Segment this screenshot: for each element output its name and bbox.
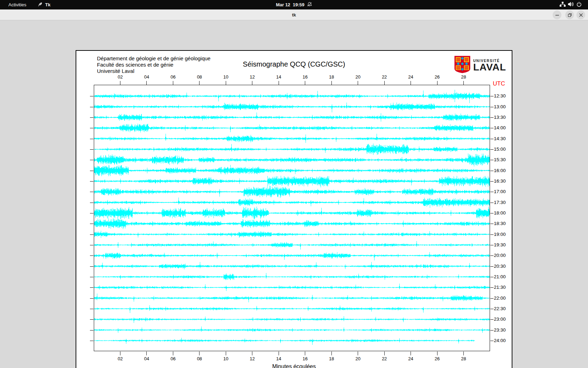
activities-label: Activities	[8, 2, 26, 7]
x-tick-label-bottom: 10	[219, 356, 233, 361]
row-tick-right	[490, 160, 493, 160]
x-tick-label-bottom: 06	[166, 356, 180, 361]
row-tick-right	[490, 128, 493, 128]
x-tick-top	[463, 81, 464, 85]
row-tick-right	[490, 96, 493, 96]
row-tick-left	[90, 192, 93, 192]
row-tick-left	[90, 319, 93, 320]
row-time-label: 20:30	[494, 264, 506, 269]
x-tick-bottom	[384, 352, 385, 355]
row-tick-left	[90, 171, 93, 171]
x-tick-label-top: 04	[140, 74, 154, 80]
row-time-label: 20:00	[494, 253, 506, 258]
x-tick-bottom	[437, 352, 438, 355]
x-tick-bottom	[305, 352, 305, 355]
x-tick-top	[173, 81, 173, 85]
clock-button[interactable]: Mar 12 19:59	[276, 0, 312, 9]
x-tick-bottom	[120, 352, 120, 355]
x-tick-label-bottom: 14	[272, 356, 286, 361]
x-tick-label-bottom: 18	[324, 356, 338, 361]
x-tick-bottom	[358, 352, 358, 355]
x-tick-label-top: 26	[430, 74, 444, 80]
row-time-label: 24:00	[494, 338, 506, 343]
row-tick-left	[90, 287, 93, 288]
seismogram-canvas	[94, 85, 490, 351]
row-time-label: 19:30	[494, 242, 506, 247]
row-tick-right	[490, 277, 493, 277]
row-tick-left	[90, 139, 93, 139]
row-tick-left	[90, 330, 93, 330]
row-tick-left	[90, 160, 93, 160]
row-time-label: 22:00	[494, 295, 506, 301]
window-title: tk	[0, 9, 588, 20]
row-tick-right	[490, 255, 493, 256]
row-tick-right	[490, 341, 493, 341]
x-tick-bottom	[173, 352, 173, 355]
x-tick-top	[358, 81, 358, 85]
minimize-button[interactable]	[553, 11, 561, 19]
x-tick-label-top: 14	[272, 74, 286, 80]
system-status-area[interactable]	[560, 0, 582, 9]
row-tick-right	[490, 139, 493, 139]
x-tick-top	[120, 81, 120, 85]
x-tick-label-top: 16	[298, 74, 312, 80]
row-time-label: 16:00	[494, 168, 506, 173]
restore-button[interactable]	[565, 11, 574, 19]
universite-laval-logo: UNIVERSITÉ LAVAL	[454, 55, 506, 75]
notifications-muted-icon	[307, 2, 312, 8]
x-tick-top	[146, 81, 147, 85]
row-tick-right	[490, 171, 493, 171]
x-tick-label-top: 02	[113, 74, 127, 80]
clock-label: Mar 12 19:59	[276, 2, 304, 7]
row-time-label: 15:30	[494, 157, 506, 162]
x-tick-label-top: 06	[166, 74, 180, 80]
close-button[interactable]	[576, 11, 585, 19]
x-tick-top	[411, 81, 411, 85]
x-tick-bottom	[331, 352, 332, 355]
activities-button[interactable]: Activities	[8, 0, 26, 9]
laval-wordmark: UNIVERSITÉ LAVAL	[473, 59, 506, 72]
tk-window-background: Département de géologie et de génie géol…	[0, 21, 588, 368]
row-tick-right	[490, 330, 493, 330]
row-tick-right	[490, 309, 493, 309]
x-tick-label-bottom: 04	[140, 356, 154, 361]
row-time-label: 17:30	[494, 200, 506, 205]
row-time-label: 18:30	[494, 221, 506, 226]
window-title-bar: tk	[0, 9, 588, 20]
x-tick-top	[305, 81, 305, 85]
x-tick-label-top: 08	[192, 74, 206, 80]
row-tick-right	[490, 149, 493, 150]
row-tick-right	[490, 192, 493, 192]
row-tick-left	[90, 309, 93, 309]
row-time-label: 14:30	[494, 136, 506, 141]
row-tick-left	[90, 128, 93, 128]
power-icon	[576, 2, 582, 8]
x-tick-label-bottom: 02	[113, 356, 127, 361]
x-tick-label-top: 10	[219, 74, 233, 80]
x-tick-label-bottom: 28	[457, 356, 471, 361]
row-tick-right	[490, 287, 493, 288]
row-tick-left	[90, 255, 93, 256]
row-tick-right	[490, 234, 493, 235]
row-tick-left	[90, 341, 93, 341]
row-time-label: 19:00	[494, 232, 506, 237]
tk-feather-icon	[37, 2, 43, 8]
x-tick-bottom	[226, 352, 226, 355]
row-tick-left	[90, 107, 93, 107]
x-tick-bottom	[199, 352, 200, 355]
page-title: Séismographe QCQ (CGC/GSC)	[76, 60, 512, 68]
x-tick-label-top: 22	[377, 74, 391, 80]
row-tick-left	[90, 203, 93, 203]
x-tick-top	[199, 81, 200, 85]
utc-axis-label: UTC	[493, 80, 505, 87]
row-tick-right	[490, 203, 493, 203]
row-time-label: 22:30	[494, 306, 506, 311]
row-tick-left	[90, 266, 93, 267]
row-time-label: 18:00	[494, 210, 506, 216]
row-tick-left	[90, 149, 93, 150]
row-tick-right	[490, 266, 493, 267]
app-menu-button[interactable]: Tk	[37, 0, 50, 9]
row-time-label: 15:00	[494, 146, 506, 152]
row-tick-right	[490, 224, 493, 224]
row-tick-left	[90, 277, 93, 277]
